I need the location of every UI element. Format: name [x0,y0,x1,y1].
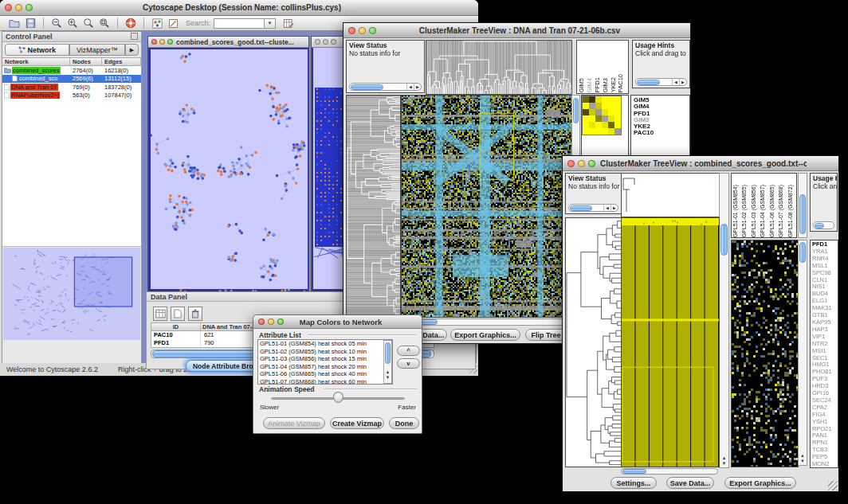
treeview1-title-bar[interactable]: ClusterMaker TreeView : DNA and Tran 07-… [344,23,690,38]
resize-grip[interactable] [828,481,838,490]
move-up-button[interactable]: ^ [397,346,420,356]
move-down-button[interactable]: v [397,358,420,369]
close-button[interactable] [567,160,575,167]
control-panel: Control Panel Network VizMapper™ ▶ Netwo… [2,31,142,369]
attribute-item[interactable]: GPL51-03 (GSM856) heat shock 15 min [260,355,392,363]
zoom-fit-icon[interactable] [80,17,96,29]
zoom-button[interactable] [331,39,336,45]
close-button[interactable] [348,27,355,34]
status-hscrollbar[interactable]: ◀▶ [568,204,618,212]
zoom-in-icon[interactable] [65,17,80,29]
window-controls[interactable] [5,4,33,11]
heatmap-hscrollbar[interactable] [401,318,571,326]
zoom-button[interactable] [277,318,284,325]
main-window-title: Cytoscape Desktop (Session Name: collins… [37,3,446,12]
minimize-button[interactable] [15,4,22,11]
birdseye-view[interactable] [3,248,140,340]
main-title-bar[interactable]: Cytoscape Desktop (Session Name: collins… [0,0,478,16]
tv1-zoom-matrix[interactable] [582,96,622,135]
main-heatmap[interactable] [401,95,572,318]
close-button[interactable] [315,39,320,45]
labels-vscrollbar[interactable] [798,173,807,238]
heatmap-hscrollbar[interactable] [621,468,718,475]
cytopanel-icon[interactable] [149,17,165,29]
attribute-item[interactable]: GPL51-07 (GSM868) heat shock 60 min [260,378,392,385]
delete-attribute-button[interactable] [188,307,202,321]
speed-slider-thumb[interactable] [333,392,344,403]
minimize-button[interactable] [268,318,274,325]
column-dendrogram[interactable] [426,40,572,95]
row-dendrogram[interactable] [565,217,622,467]
tab-network[interactable]: Network [5,44,69,56]
new-attribute-button[interactable] [171,307,185,321]
zoom-out-icon[interactable] [49,17,65,29]
id-column-header[interactable]: ID [151,323,201,330]
attribute-item[interactable]: GPL51-02 (GSM855) heat shock 10 min [260,348,392,356]
network-row-rnapuber[interactable]: RNAPuberNov2+| 563(0) 107847(0) [2,92,141,100]
treeview2-title: ClusterMaker TreeView : combined_scores_… [600,159,807,168]
matrix-cell [608,122,614,128]
close-button[interactable] [258,318,265,325]
tab-vizmapper[interactable]: VizMapper™ [69,44,125,56]
scroll-arrows-icon[interactable]: ▲▼ [384,369,391,381]
minimize-button[interactable] [323,39,328,45]
treeview1-title: ClusterMaker TreeView : DNA and Tran 07-… [381,26,658,35]
attribute-list-vscrollbar[interactable]: ▲▼ [383,340,392,384]
close-button[interactable] [151,39,157,45]
column-label: GPL51-08 (GSM872) [787,185,796,237]
search-input[interactable] [214,18,265,29]
dialog-title-bar[interactable]: Map Colors to Network [253,315,422,329]
create-vizmap-button[interactable]: Create Vizmap [330,417,384,429]
zoom-button[interactable] [369,27,376,34]
attribute-item[interactable]: GPL51-01 (GSM854) heat shock 05 min [260,340,392,348]
scroll-arrows-icon[interactable]: ▲▼ [720,455,728,467]
export-graphics-button[interactable]: Export Graphics... [450,329,520,341]
help-lifering-icon[interactable] [123,17,139,29]
network-row-selected[interactable]: combined_sco 2569(6) 13112(15) [2,75,141,84]
status-welcome: Welcome to Cytoscape 2.6.2 [6,365,98,373]
export-graphics-button[interactable]: Export Graphics... [724,477,796,489]
select-attributes-button[interactable] [153,307,167,321]
save-data-button[interactable]: Save Data... [666,477,714,489]
column-dendrogram[interactable] [621,173,720,217]
minimize-button[interactable] [159,39,165,45]
zoom-selected-icon[interactable] [96,17,112,29]
network-view-window[interactable]: combined_scores_good.txt--cluste... [147,36,309,296]
float-panel-icon[interactable] [131,33,138,40]
zoom-button[interactable] [26,4,33,11]
toolbar-separator [117,18,118,29]
column-label: GPL51-01 (GSM854) [732,185,741,237]
row-dendrogram[interactable] [346,95,401,318]
close-button[interactable] [5,4,12,11]
open-session-button[interactable] [6,17,22,29]
save-session-button[interactable] [22,17,38,29]
minimize-button[interactable] [359,27,366,34]
matrix-cell [595,122,602,128]
zoom-vscrollbar[interactable]: ▲▼ [798,240,807,466]
hints-hscrollbar[interactable] [813,221,834,229]
zoom-button[interactable] [588,160,595,167]
network-row-combined-scores[interactable]: combined_scores 2764(0) 16218(0) [2,66,141,75]
search-dropdown-icon[interactable]: ▼ [265,18,276,29]
tabs-overflow-button[interactable]: ▶ [125,44,139,56]
minimize-button[interactable] [578,160,585,167]
attribute-browser-icon[interactable] [281,17,296,29]
attribute-list[interactable]: GPL51-01 (GSM854) heat shock 05 minGPL51… [257,339,393,385]
status-hscrollbar[interactable]: ◀▶ [349,83,422,91]
main-heatmap[interactable] [621,217,720,467]
main-vscrollbar[interactable]: ▲▼ [719,173,729,468]
annotation-icon[interactable] [165,17,181,29]
done-button[interactable]: Done [389,417,419,429]
network-table-header: Network Nodes Edges [2,57,141,66]
attribute-item[interactable]: GPL51-04 (GSM857) heat shock 20 min [260,363,392,371]
scroll-arrows-icon[interactable]: ▲▼ [799,453,807,464]
attribute-item[interactable]: GPL51-06 (GSM865) heat shock 40 min [260,370,392,378]
network-canvas[interactable] [151,49,308,295]
zoom-heatmap[interactable] [731,240,799,467]
network-row-dna-tran[interactable]: DNA and Tran 07 769(0) 183728(0) [2,83,141,92]
hints-hscrollbar[interactable]: ◀▶ [635,78,687,86]
settings-button[interactable]: Settings... [610,477,657,489]
animate-vizmap-button[interactable]: Animate Vizmap [263,417,325,429]
treeview2-title-bar[interactable]: ClusterMaker TreeView : combined_scores_… [563,156,838,171]
zoom-button[interactable] [167,39,173,45]
